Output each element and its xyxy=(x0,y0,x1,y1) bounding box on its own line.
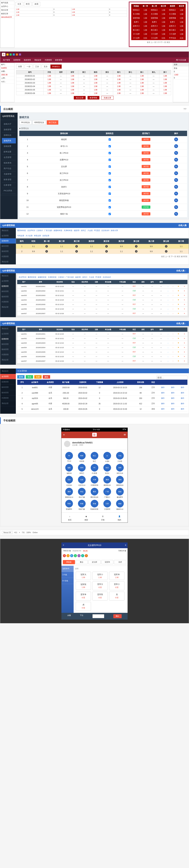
amount-input[interactable] xyxy=(92,614,104,618)
game-icon[interactable]: 加拿加拿大28 xyxy=(114,464,126,474)
color-dot[interactable] xyxy=(16,54,18,56)
confirm-btn[interactable]: 确认 xyxy=(113,614,122,618)
row-action[interactable]: 操作 xyxy=(161,408,165,410)
edit-btn[interactable]: ✎ xyxy=(174,185,178,189)
hot-toggle[interactable]: 未开启 xyxy=(142,158,151,161)
game-icon[interactable]: 北京北京PK10 xyxy=(76,476,87,487)
row-action[interactable]: 操作 xyxy=(171,403,174,404)
hot-toggle[interactable]: 未开启 xyxy=(142,172,151,175)
game-icon[interactable]: 秒速秒速赛车 xyxy=(63,500,75,510)
sidebar-item[interactable]: 会员中心 xyxy=(0,5,14,8)
footer-btn[interactable]: 投注记录 xyxy=(74,96,86,99)
game-icon[interactable]: 1111选5 xyxy=(102,452,113,462)
pager[interactable]: 首页 上一页 1 2 3 下一页 尾页 xyxy=(131,40,186,44)
action-icon[interactable]: ↓ xyxy=(168,308,168,310)
action-icon[interactable]: ⚑ xyxy=(178,347,179,348)
action-icon[interactable]: ↓ xyxy=(168,294,168,296)
status-toggle[interactable] xyxy=(109,206,111,208)
action-icon[interactable]: ✕ xyxy=(184,290,185,292)
row-action[interactable]: 操作 xyxy=(171,408,174,410)
tab-buy[interactable]: ◉购彩 xyxy=(78,513,94,523)
game-icon[interactable]: 排列排列三 xyxy=(76,464,87,474)
sidebar-item[interactable]: 账号信息 xyxy=(0,1,14,5)
tab-result[interactable]: ☰开奖 xyxy=(94,513,111,523)
game-icon[interactable]: 极速极速赛车 xyxy=(114,488,126,498)
status-toggle[interactable] xyxy=(109,165,111,168)
action-icon[interactable]: ↑ xyxy=(173,304,173,305)
edit-btn[interactable]: ✎ xyxy=(174,158,178,162)
sidebar-item[interactable]: 财务管理 xyxy=(2,177,16,182)
action-icon[interactable]: ✕ xyxy=(184,308,185,310)
action-icon[interactable]: ⚑ xyxy=(178,313,179,314)
action-icon[interactable]: ↑ xyxy=(173,308,173,310)
game-icon[interactable]: 极速极速PK10 xyxy=(114,500,126,510)
hot-toggle[interactable]: 未开启 xyxy=(142,138,151,141)
device-select[interactable]: Nexus 5X xyxy=(2,531,12,534)
action-icon[interactable]: ↑ xyxy=(173,290,173,292)
action-icon[interactable]: ↑ xyxy=(173,360,173,362)
action-icon[interactable]: ⚑ xyxy=(178,294,179,296)
action-icon[interactable]: ↓ xyxy=(168,338,168,339)
nav-item[interactable]: 代理管理 xyxy=(44,59,53,62)
mode-tab[interactable]: 冠亚和 xyxy=(101,560,113,564)
row-action[interactable]: 操作 xyxy=(181,392,184,394)
bet-option[interactable]: 亚军大付置 xyxy=(92,581,108,590)
bet-option[interactable]: 虎付置 xyxy=(76,602,91,611)
action-icon[interactable]: ↑ xyxy=(173,342,173,344)
row-action[interactable]: 操作 xyxy=(181,397,184,399)
edit-btn[interactable]: ✎ xyxy=(174,212,178,216)
sidebar-item[interactable]: 会员管理 xyxy=(2,155,16,160)
action-icon[interactable]: ↓ xyxy=(168,333,168,335)
edit-btn[interactable]: ✎ xyxy=(174,164,178,168)
action-icon[interactable]: ⚑ xyxy=(178,333,179,335)
action-icon[interactable]: ↓ xyxy=(168,290,168,292)
tab-home[interactable]: ⌂首页 xyxy=(61,513,78,523)
action-icon[interactable]: ↑ xyxy=(173,313,173,314)
action-icon[interactable]: ↓ xyxy=(168,351,168,353)
menu-icon[interactable]: ≡ xyxy=(63,433,64,436)
menu-icon[interactable]: ≡ xyxy=(125,544,126,547)
action-icon[interactable]: ✕ xyxy=(184,360,185,362)
edit-btn[interactable]: ✎ xyxy=(174,137,178,141)
action-icon[interactable]: ↓ xyxy=(168,286,168,287)
edit-btn[interactable]: ✎ xyxy=(174,172,178,175)
hot-toggle[interactable]: 未开启 xyxy=(142,179,151,182)
color-dot[interactable] xyxy=(19,54,21,56)
pager[interactable]: 首页 上一页 下一页 尾页 第1/52页 xyxy=(16,254,189,259)
hot-toggle[interactable]: 未开启 xyxy=(142,145,151,148)
game-icon[interactable]: 幸运幸运飞艇 xyxy=(76,488,87,498)
action-icon[interactable]: ↓ xyxy=(168,299,168,301)
action-icon[interactable]: ✕ xyxy=(184,286,185,287)
game-icon[interactable]: 广西广西快十 xyxy=(102,488,113,498)
row-action[interactable]: 操作 xyxy=(181,403,184,404)
status-toggle[interactable] xyxy=(109,145,111,147)
hot-toggle[interactable]: 未开启 xyxy=(142,199,151,202)
edit-btn[interactable]: ✎ xyxy=(174,198,178,202)
action-icon[interactable]: ⚑ xyxy=(178,304,179,305)
action-icon[interactable]: ↓ xyxy=(168,356,168,358)
game-icon[interactable]: 秒速秒速时时彩 xyxy=(89,500,100,510)
status-toggle[interactable] xyxy=(109,179,111,181)
tab-me[interactable]: 👤我的 xyxy=(111,513,128,523)
action-icon[interactable]: ↓ xyxy=(168,360,168,362)
bet-option[interactable]: 亚军双付置 xyxy=(92,592,108,600)
action-icon[interactable]: ⚑ xyxy=(178,308,179,310)
action-icon[interactable]: ⚑ xyxy=(178,299,179,301)
status-toggle[interactable] xyxy=(109,159,111,161)
action-icon[interactable]: ⚑ xyxy=(178,286,179,287)
action-icon[interactable]: ✕ xyxy=(184,294,185,296)
footer-btn[interactable]: 充值记录 xyxy=(101,96,113,100)
status-toggle[interactable] xyxy=(109,213,111,215)
sidebar-item[interactable]: 报表查询 xyxy=(2,160,16,166)
mode-tab[interactable]: 龙虎 xyxy=(114,560,126,564)
row-action[interactable]: 操作 xyxy=(161,386,165,389)
btn-export[interactable]: 导出 xyxy=(26,375,33,379)
action-icon[interactable]: ↓ xyxy=(168,342,168,344)
action-icon[interactable]: ↑ xyxy=(173,294,173,296)
action-icon[interactable]: ↑ xyxy=(173,338,173,339)
edit-btn[interactable]: ✎ xyxy=(174,144,178,148)
game-icon[interactable]: 重庆重庆幸运农 xyxy=(89,488,100,498)
bet-option[interactable]: 冠军大1.98 xyxy=(76,572,91,580)
game-icon[interactable]: 江苏江苏骰宝 xyxy=(102,500,113,510)
sidebar-item[interactable]: 游戏玩法 xyxy=(2,132,16,138)
